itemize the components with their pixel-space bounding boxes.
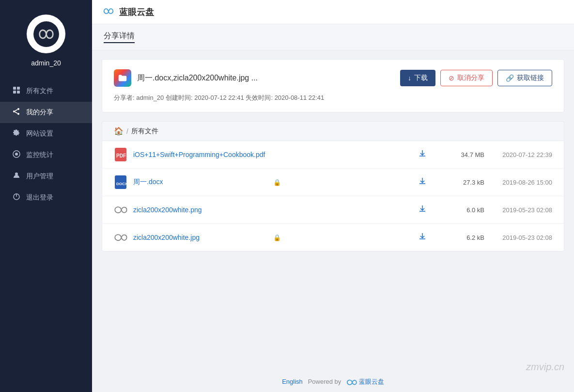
sidebar-nav: 所有文件 我的分享 网站设置 监控统计 用户管理 — [0, 80, 92, 208]
site-settings-icon — [12, 129, 21, 139]
share-folder-icon — [114, 69, 131, 87]
header-title: 蓝眼云盘 — [119, 6, 154, 18]
file-date-4: 2019-05-23 02:08 — [484, 234, 552, 241]
file-name-1[interactable]: iOS+11+Swift+Programming+Cookbook.pdf — [133, 151, 419, 158]
logout-icon — [12, 193, 21, 203]
home-icon[interactable]: 🏠 — [114, 126, 124, 136]
file-download-btn-4[interactable] — [419, 233, 426, 242]
sidebar-label-all-files: 所有文件 — [26, 87, 53, 95]
footer-brand: 蓝眼云盘 — [359, 378, 384, 385]
get-link-button[interactable]: 🔗 获取链接 — [497, 70, 552, 86]
docx-icon: DOCX — [114, 175, 127, 189]
header-logo-icon — [102, 7, 115, 17]
svg-point-6 — [13, 110, 15, 112]
cancel-share-button[interactable]: ⊘ 取消分享 — [440, 70, 493, 86]
sidebar-item-user-manage[interactable]: 用户管理 — [0, 166, 92, 187]
file-date-3: 2019-05-23 02:08 — [484, 206, 552, 214]
svg-rect-2 — [17, 87, 20, 90]
main-content: 蓝眼云盘 分享详情 周一.docx,zicla200x200white.jpg … — [92, 0, 574, 392]
share-name: 周一.docx,zicla200x200white.jpg ... — [137, 73, 258, 83]
link-icon: 🔗 — [506, 74, 514, 82]
sidebar-item-monitor-stats[interactable]: 监控统计 — [0, 144, 92, 166]
sidebar-item-logout[interactable]: 退出登录 — [0, 187, 92, 208]
file-name-2[interactable]: 周一.docx — [133, 178, 271, 187]
footer-powered-by: Powered by — [308, 378, 341, 385]
avatar — [27, 15, 65, 53]
footer-language[interactable]: English — [282, 378, 303, 385]
svg-point-11 — [15, 153, 18, 156]
cancel-icon: ⊘ — [449, 74, 454, 82]
my-shares-icon — [12, 108, 21, 117]
footer-logo-icon — [346, 378, 359, 385]
svg-rect-4 — [17, 91, 20, 94]
svg-rect-1 — [13, 87, 16, 90]
file-download-btn-1[interactable] — [419, 150, 426, 159]
file-size-1: 34.7 MB — [446, 151, 484, 158]
file-download-btn-2[interactable] — [419, 177, 426, 187]
section-title: 分享详情 — [104, 31, 135, 43]
share-title-left: 周一.docx,zicla200x200white.jpg ... — [114, 69, 258, 87]
svg-line-9 — [15, 112, 17, 113]
sidebar-label-monitor-stats: 监控统计 — [26, 151, 53, 159]
breadcrumb: 🏠 / 所有文件 — [102, 121, 564, 141]
share-detail-panel: 周一.docx,zicla200x200white.jpg ... ↓ 下载 ⊘… — [102, 59, 564, 112]
table-row: PDF iOS+11+Swift+Programming+Cookbook.pd… — [102, 141, 564, 169]
download-icon: ↓ — [408, 74, 411, 82]
file-size-4: 6.2 kB — [446, 234, 484, 241]
table-row: zicla200x200white.jpg 🔒 6.2 kB 2019-05-2… — [102, 224, 564, 251]
file-size-2: 27.3 kB — [446, 179, 484, 186]
sidebar-item-site-settings[interactable]: 网站设置 — [0, 123, 92, 144]
breadcrumb-separator: / — [126, 127, 128, 135]
file-list-panel: PDF iOS+11+Swift+Programming+Cookbook.pd… — [102, 141, 564, 251]
table-row: DOCX 周一.docx 🔒 27.3 kB 2019-08-26 15:00 — [102, 169, 564, 196]
lock-icon-2: 🔒 — [273, 179, 281, 186]
header: 蓝眼云盘 — [92, 0, 574, 24]
share-meta: 分享者: admin_20 创建时间: 2020-07-12 22:41 失效时… — [114, 94, 552, 102]
lock-icon-4: 🔒 — [273, 234, 281, 241]
breadcrumb-all-files[interactable]: 所有文件 — [131, 127, 158, 136]
file-name-3[interactable]: zicla200x200white.png — [133, 206, 276, 214]
sidebar-username: admin_20 — [31, 59, 61, 67]
sidebar-item-all-files[interactable]: 所有文件 — [0, 80, 92, 102]
page-content: 分享详情 周一.docx,zicla200x200white.jpg ... ↓… — [92, 24, 574, 372]
sidebar-label-site-settings: 网站设置 — [26, 129, 53, 138]
monitor-stats-icon — [12, 150, 21, 160]
svg-line-8 — [15, 110, 17, 111]
svg-text:DOCX: DOCX — [116, 182, 126, 186]
svg-point-7 — [17, 113, 19, 115]
footer: English Powered by 蓝眼云盘 — [92, 372, 574, 392]
svg-text:PDF: PDF — [116, 153, 126, 158]
table-row: zicla200x200white.png 6.0 kB 2019-05-23 … — [102, 196, 564, 224]
share-actions: ↓ 下载 ⊘ 取消分享 🔗 获取链接 — [400, 70, 552, 86]
sidebar: admin_20 所有文件 我的分享 网站设置 监控统计 — [0, 0, 92, 392]
sidebar-label-my-shares: 我的分享 — [26, 108, 53, 117]
download-button[interactable]: ↓ 下载 — [400, 70, 435, 86]
file-date-1: 2020-07-12 22:39 — [484, 151, 552, 158]
jpg-icon — [114, 231, 127, 244]
file-date-2: 2019-08-26 15:00 — [484, 179, 552, 186]
png-icon — [114, 203, 127, 217]
file-download-btn-3[interactable] — [419, 205, 426, 215]
svg-point-5 — [17, 108, 19, 110]
sidebar-label-logout: 退出登录 — [26, 193, 53, 202]
share-header: 周一.docx,zicla200x200white.jpg ... ↓ 下载 ⊘… — [114, 69, 552, 87]
file-name-4[interactable]: zicla200x200white.jpg — [133, 234, 271, 241]
section-title-bar: 分享详情 — [92, 24, 574, 50]
pdf-icon: PDF — [114, 148, 127, 161]
user-manage-icon — [12, 172, 21, 181]
sidebar-label-user-manage: 用户管理 — [26, 172, 53, 181]
file-size-3: 6.0 kB — [446, 206, 484, 214]
share-meta-text: 分享者: admin_20 创建时间: 2020-07-12 22:41 失效时… — [114, 94, 324, 101]
all-files-icon — [12, 86, 21, 96]
sidebar-item-my-shares[interactable]: 我的分享 — [0, 102, 92, 123]
svg-rect-3 — [13, 91, 16, 94]
